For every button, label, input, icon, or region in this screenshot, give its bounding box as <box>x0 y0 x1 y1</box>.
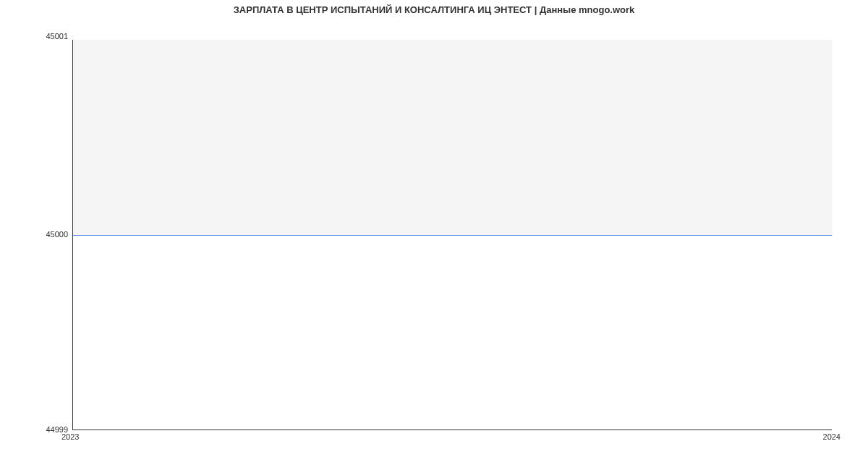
chart-container: ЗАРПЛАТА В ЦЕНТР ИСПЫТАНИЙ И КОНСАЛТИНГА… <box>0 0 868 470</box>
y-tick-top: 45001 <box>3 32 68 40</box>
chart-title: ЗАРПЛАТА В ЦЕНТР ИСПЫТАНИЙ И КОНСАЛТИНГА… <box>0 4 868 15</box>
x-tick-right: 2024 <box>823 432 841 441</box>
y-tick-mid: 45000 <box>3 230 68 239</box>
plot-area <box>72 40 832 430</box>
series-line <box>73 235 832 236</box>
plot-lower-half <box>73 235 832 430</box>
y-tick-bottom: 44999 <box>3 425 68 434</box>
x-tick-left: 2023 <box>61 432 79 441</box>
